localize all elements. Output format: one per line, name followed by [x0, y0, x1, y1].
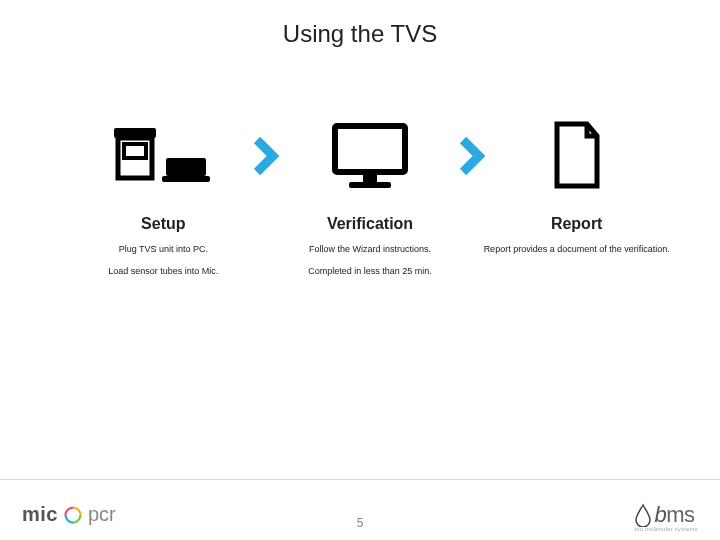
svg-rect-4: [162, 176, 210, 182]
slide: Using the TVS: [0, 0, 720, 540]
step-line: Load sensor tubes into Mic.: [68, 265, 259, 279]
svg-rect-6: [363, 174, 377, 182]
step-line: Report provides a document of the verifi…: [481, 243, 672, 257]
svg-rect-2: [124, 144, 146, 158]
step-heading: Setup: [68, 215, 259, 233]
svg-rect-5: [335, 126, 405, 172]
step-line: Completed in less than 25 min.: [275, 265, 466, 279]
step-line: Follow the Wizard instructions.: [275, 243, 466, 257]
page-title: Using the TVS: [0, 20, 720, 48]
step-column: Setup Plug TVS unit into PC. Load sensor…: [60, 215, 267, 286]
step-text-row: Setup Plug TVS unit into PC. Load sensor…: [60, 215, 680, 286]
brand-text: bms: [654, 502, 694, 528]
document-icon: [493, 120, 660, 192]
svg-rect-7: [349, 182, 391, 188]
page-number: 5: [357, 516, 364, 530]
monitor-icon: [287, 120, 454, 192]
chevron-right-icon: [453, 136, 493, 176]
footer: mic pcr 5 bms bio molecular systems: [0, 480, 720, 540]
brand-text: pcr: [88, 503, 116, 526]
brand-text: mic: [22, 503, 58, 526]
step-heading: Report: [481, 215, 672, 233]
brand-tagline: bio molecular systems: [634, 526, 698, 532]
icon-row: [80, 116, 660, 196]
svg-rect-3: [166, 158, 206, 176]
drop-icon: [634, 503, 652, 527]
step-column: Verification Follow the Wizard instructi…: [267, 215, 474, 286]
logo-bms: bms bio molecular systems: [634, 502, 698, 532]
chevron-right-icon: [247, 136, 287, 176]
ring-icon: [64, 506, 82, 524]
step-heading: Verification: [275, 215, 466, 233]
step-column: Report Report provides a document of the…: [473, 215, 680, 286]
step-line: Plug TVS unit into PC.: [68, 243, 259, 257]
logo-mic-pcr: mic pcr: [22, 503, 116, 526]
setup-icon: [80, 120, 247, 192]
